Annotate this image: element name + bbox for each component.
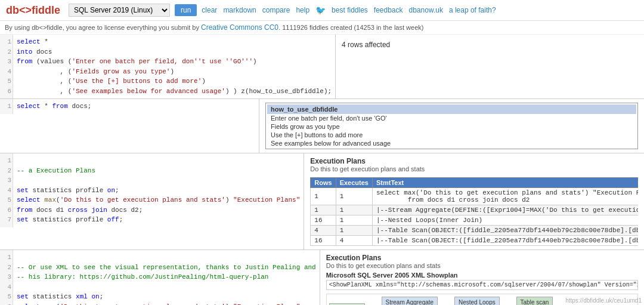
cell: 1 — [336, 215, 372, 226]
run-button[interactable]: run — [175, 4, 197, 16]
license-text-before: By using db<>fiddle, you agree to licens… — [5, 24, 201, 31]
main: 123456 select * into docs from (values (… — [0, 35, 644, 305]
code-line: set statistics profile on; — [17, 186, 300, 196]
cell: |--Table Scan(OBJECT:([fiddle_2205ea77db… — [372, 236, 638, 246]
cell: 16 — [311, 236, 336, 246]
code-line: , ('See examples below for advanced usag… — [17, 87, 332, 97]
cell: 16 — [311, 215, 336, 226]
logo: db<>fiddle — [6, 4, 60, 17]
plan-node-box-loops: Nested Loops (Inner Join) Cost: 1% — [454, 297, 500, 305]
code-line: -- Or use XML to see the visual represen… — [17, 263, 316, 273]
code-line — [17, 156, 300, 166]
db-selector[interactable]: SQL Server 2019 (Linux) MySQL 8.0 Postgr… — [69, 4, 170, 17]
code-line: select * from docs; — [17, 101, 255, 112]
left-panel-1: 123456 select * into docs from (values (… — [0, 35, 336, 98]
editor-4[interactable]: 12345678 -- Or use XML to see the visual… — [0, 250, 320, 305]
code-line: into docs — [17, 47, 332, 57]
left-panel-2: 1 select * from docs; — [0, 99, 259, 153]
cc0-link[interactable]: Creative Commons CC0 — [201, 23, 278, 32]
license-bar: By using db<>fiddle, you agree to licens… — [0, 21, 644, 35]
exec-table-3: Rows Executes StmtText StmtId NodeId P 1… — [310, 177, 638, 246]
best-fiddles-link[interactable]: best fiddles — [332, 6, 368, 14]
editor-2[interactable]: 1 select * from docs; — [0, 99, 259, 114]
row-panel-3: 1234567 -- a Execution Plans set statist… — [0, 153, 644, 250]
exec-plans-title-4: Execution Plans — [326, 254, 638, 262]
result-box-title-2: how_to_use_dbfiddle — [267, 104, 636, 114]
cell: select max('Do this to get execution pla… — [372, 188, 638, 205]
compare-link[interactable]: compare — [262, 6, 290, 14]
cell: 1 — [336, 188, 372, 205]
code-line: , ('Fields grow as you type') — [17, 67, 332, 77]
col-executes: Executes — [336, 178, 372, 188]
code-line: set statistics profile off; — [17, 215, 300, 225]
code-3[interactable]: -- a Execution Plans set statistics prof… — [13, 153, 304, 227]
markdown-link[interactable]: markdown — [223, 6, 256, 14]
exec-plans-title-3: Execution Plans — [310, 157, 638, 165]
cell: 4 — [336, 236, 372, 246]
result-box-row: Use the [+] buttons to add more — [267, 131, 636, 139]
line-numbers-1: 123456 — [0, 35, 13, 98]
result-box-row: Fields grow as you type — [267, 122, 636, 131]
dbanow-link[interactable]: dbanow.uk — [409, 6, 443, 14]
cell: 1 — [336, 205, 372, 215]
row-panel-1: 123456 select * into docs from (values (… — [0, 35, 644, 99]
code-line: from docs d1 cross join docs d2; — [17, 205, 300, 215]
leap-link[interactable]: a leap of faith? — [449, 6, 496, 14]
left-panel-4: 12345678 -- Or use XML to see the visual… — [0, 250, 320, 305]
plan-node-stream: Stream Aggregate (Aggregate) Cost: 0% — [382, 297, 438, 305]
code-line: select max('Do this to get execution pla… — [17, 302, 316, 306]
editor-3[interactable]: 1234567 -- a Execution Plans set statist… — [0, 153, 304, 227]
code-line: from (values ('Enter one batch per field… — [17, 57, 332, 67]
cell: 1 — [311, 188, 336, 205]
col-rows: Rows — [311, 178, 336, 188]
exec-plans-sub-4: Do this to get execution plans and stats — [326, 262, 638, 269]
plan-node-box-tablescan: Table scan [docs].[d1] Cost: 48% — [516, 297, 553, 305]
cell: |--Table Scan(OBJECT:([fiddle_2205ea77db… — [372, 226, 638, 236]
line-numbers-4: 12345678 — [0, 250, 13, 305]
code-line — [17, 282, 316, 292]
xml-section-4: Microsoft SQL Server 2005 XML Showplan <… — [326, 272, 638, 290]
result-box-row: Enter one batch per field, don't use 'GO… — [267, 114, 636, 122]
row-panel-4: 12345678 -- Or use XML to see the visual… — [0, 250, 644, 305]
exec-plans-sub-3: Do this to get execution plans and stats — [310, 165, 638, 172]
table-row: 16 1 |--Nested Loops(Inner Join) 1 3 — [311, 215, 638, 226]
result-box-row: See examples below for advanced usage — [267, 139, 636, 147]
plan-node-loops: Nested Loops (Inner Join) Cost: 1% — [454, 297, 500, 305]
code-4[interactable]: -- Or use XML to see the visual represen… — [13, 250, 320, 305]
row-panel-2: 1 select * from docs; how_to_use_dbfiddl… — [0, 99, 644, 153]
watermark: https://dbfiddle.uk/ceu1umd1 — [565, 297, 642, 304]
right-panel-1: 4 rows affected — [336, 35, 644, 98]
table-row: 1 1 select max('Do this to get execution… — [311, 188, 638, 205]
license-text-after: . 1111926 fiddles created (14253 in the … — [278, 24, 423, 31]
line-numbers-2: 1 — [0, 99, 13, 114]
right-panel-2: how_to_use_dbfiddle Enter one batch per … — [259, 99, 644, 153]
right-panel-3: Execution Plans Do this to get execution… — [304, 153, 644, 249]
code-line: select max('Do this to get execution pla… — [17, 195, 300, 205]
result-box-2: how_to_use_dbfiddle Enter one batch per … — [265, 103, 638, 149]
code-line: set statistics xml on; — [17, 292, 316, 302]
help-link[interactable]: help — [296, 6, 309, 14]
table-row: 1 1 |--Stream Aggregate(DEFINE:([Expr100… — [311, 205, 638, 215]
code-line: select * — [17, 37, 332, 47]
exec-table-scroll-3[interactable]: Rows Executes StmtText StmtId NodeId P 1… — [310, 175, 638, 246]
code-line — [17, 252, 316, 263]
code-1[interactable]: select * into docs from (values ('Enter … — [13, 35, 335, 98]
nav-links: clear markdown compare help 🐦 best fiddl… — [202, 5, 496, 15]
code-line: -- his library: https://github.com/Justi… — [17, 272, 316, 282]
clear-link[interactable]: clear — [202, 6, 217, 14]
cell: 1 — [311, 205, 336, 215]
editor-1[interactable]: 123456 select * into docs from (values (… — [0, 35, 335, 98]
xml-title: Microsoft SQL Server 2005 XML Showplan — [326, 272, 638, 279]
left-panel-3: 1234567 -- a Execution Plans set statist… — [0, 153, 304, 249]
plan-node-tablescan: Table scan [docs].[d1] Cost: 48% — [516, 297, 553, 305]
code-2[interactable]: select * from docs; — [13, 99, 259, 114]
cell: 4 — [311, 226, 336, 236]
table-row: 16 4 |--Table Scan(OBJECT:([fiddle_2205e… — [311, 236, 638, 246]
feedback-link[interactable]: feedback — [374, 6, 403, 14]
code-line: -- a Execution Plans — [17, 166, 300, 176]
header: db<>fiddle SQL Server 2019 (Linux) MySQL… — [0, 0, 644, 21]
table-row: 4 1 |--Table Scan(OBJECT:([fiddle_2205ea… — [311, 226, 638, 236]
cell: |--Stream Aggregate(DEFINE:([Expr1004]=M… — [372, 205, 638, 215]
col-stmttext: StmtText — [372, 178, 638, 188]
cell: |--Nested Loops(Inner Join) — [372, 215, 638, 226]
